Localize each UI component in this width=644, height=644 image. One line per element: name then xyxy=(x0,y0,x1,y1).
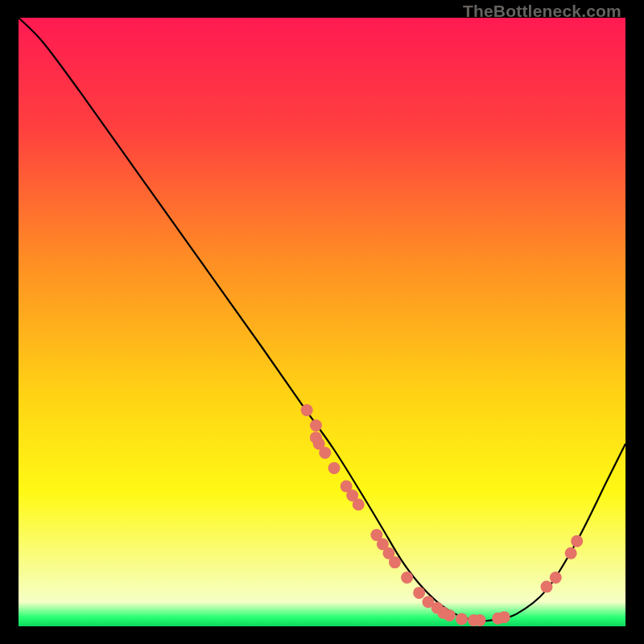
scatter-point xyxy=(444,609,456,621)
chart-background xyxy=(19,18,625,626)
chart-frame xyxy=(19,18,625,626)
scatter-point xyxy=(328,462,341,474)
scatter-point xyxy=(571,535,583,547)
scatter-point xyxy=(319,447,331,459)
scatter-point xyxy=(565,547,577,559)
scatter-point xyxy=(474,614,486,626)
scatter-point xyxy=(401,572,413,584)
scatter-point xyxy=(498,611,510,623)
scatter-point xyxy=(550,572,562,584)
watermark-text: TheBottleneck.com xyxy=(463,2,621,21)
scatter-point xyxy=(540,580,552,592)
scatter-point xyxy=(413,587,425,599)
scatter-point xyxy=(456,613,468,625)
scatter-point xyxy=(310,419,322,431)
chart-svg xyxy=(19,18,625,626)
scatter-point xyxy=(389,556,401,568)
scatter-point xyxy=(301,404,313,416)
scatter-point xyxy=(353,498,365,510)
